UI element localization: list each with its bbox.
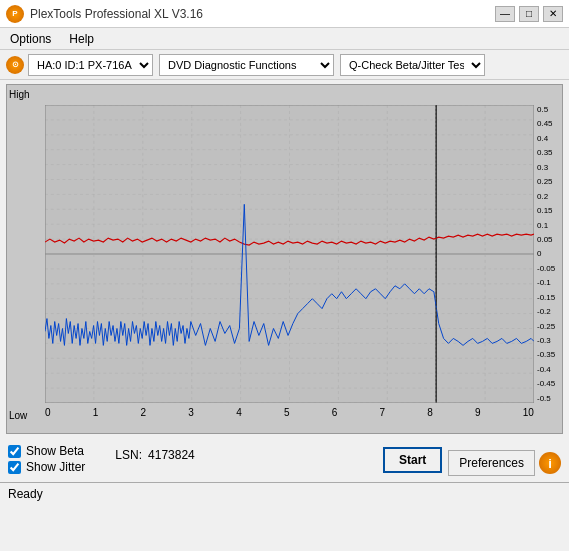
- info-button[interactable]: i: [539, 452, 561, 474]
- show-jitter-checkbox[interactable]: [8, 461, 21, 474]
- right-controls: Start Preferences i: [383, 444, 561, 476]
- bottom-panel: Show Beta Show Jitter LSN: 4173824 Start…: [0, 438, 569, 482]
- status-text: Ready: [8, 487, 43, 501]
- checkboxes: Show Beta Show Jitter: [8, 444, 85, 474]
- show-jitter-row: Show Jitter: [8, 460, 85, 474]
- start-button[interactable]: Start: [383, 447, 442, 473]
- x-label-10: 10: [523, 407, 534, 418]
- chart-plot-area: [45, 105, 534, 403]
- show-beta-row: Show Beta: [8, 444, 85, 458]
- device-indicator: ⊙ HA:0 ID:1 PX-716A: [6, 54, 153, 76]
- chart-label-low: Low: [9, 410, 27, 421]
- x-label-7: 7: [379, 407, 385, 418]
- toolbar: ⊙ HA:0 ID:1 PX-716A DVD Diagnostic Funct…: [0, 50, 569, 80]
- show-beta-label: Show Beta: [26, 444, 84, 458]
- close-button[interactable]: ✕: [543, 6, 563, 22]
- preferences-button[interactable]: Preferences: [448, 450, 535, 476]
- chart-container: High Low: [6, 84, 563, 434]
- x-label-6: 6: [332, 407, 338, 418]
- menubar: Options Help: [0, 28, 569, 50]
- device-icon: ⊙: [6, 56, 24, 74]
- menu-help[interactable]: Help: [65, 32, 98, 46]
- x-label-1: 1: [93, 407, 99, 418]
- x-axis: 0 1 2 3 4 5 6 7 8 9 10: [45, 403, 534, 433]
- y-axis-right-labels: 0.5 0.45 0.4 0.35 0.3 0.25 0.2 0.15 0.1 …: [534, 105, 562, 403]
- test-select[interactable]: Q-Check Beta/Jitter Test: [340, 54, 485, 76]
- statusbar: Ready: [0, 482, 569, 504]
- menu-options[interactable]: Options: [6, 32, 55, 46]
- x-label-8: 8: [427, 407, 433, 418]
- restore-button[interactable]: □: [519, 6, 539, 22]
- x-label-2: 2: [141, 407, 147, 418]
- chart-svg: [45, 105, 534, 403]
- lsn-area: LSN: 4173824: [115, 448, 194, 462]
- x-label-3: 3: [188, 407, 194, 418]
- lsn-label: LSN:: [115, 448, 142, 462]
- x-label-4: 4: [236, 407, 242, 418]
- minimize-button[interactable]: —: [495, 6, 515, 22]
- titlebar-left: P PlexTools Professional XL V3.16: [6, 5, 203, 23]
- titlebar-controls[interactable]: — □ ✕: [495, 6, 563, 22]
- chart-label-high: High: [9, 89, 30, 100]
- device-select[interactable]: HA:0 ID:1 PX-716A: [28, 54, 153, 76]
- x-label-5: 5: [284, 407, 290, 418]
- y-axis-left: [7, 105, 45, 403]
- x-label-0: 0: [45, 407, 51, 418]
- lsn-value: 4173824: [148, 448, 195, 462]
- titlebar: P PlexTools Professional XL V3.16 — □ ✕: [0, 0, 569, 28]
- function-select[interactable]: DVD Diagnostic Functions: [159, 54, 334, 76]
- x-label-9: 9: [475, 407, 481, 418]
- show-beta-checkbox[interactable]: [8, 445, 21, 458]
- show-jitter-label: Show Jitter: [26, 460, 85, 474]
- titlebar-title: PlexTools Professional XL V3.16: [30, 7, 203, 21]
- app-icon: P: [6, 5, 24, 23]
